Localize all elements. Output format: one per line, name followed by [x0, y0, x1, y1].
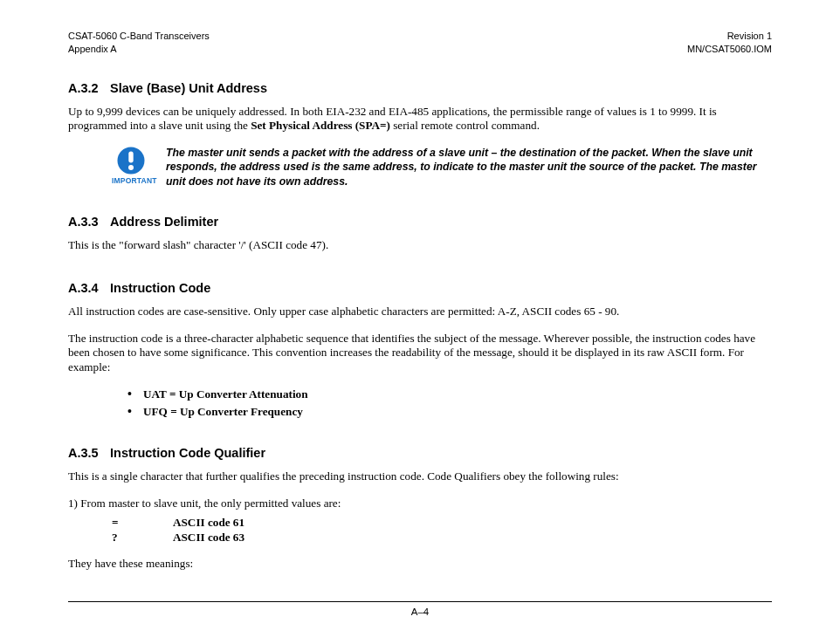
doc-revision: Revision 1	[687, 30, 772, 43]
code-desc: ASCII code 61	[173, 516, 244, 531]
exclamation-circle-icon	[116, 146, 146, 175]
heading-title: Instruction Code	[110, 281, 210, 295]
important-icon: IMPORTANT	[112, 146, 150, 186]
heading-title: Address Delimiter	[110, 215, 218, 229]
text-run: serial remote control command.	[390, 119, 540, 132]
para-a35-1: This is a single character that further …	[68, 469, 772, 484]
heading-a34: A.3.4Instruction Code	[68, 280, 772, 296]
important-callout: IMPORTANT The master unit sends a packet…	[112, 146, 772, 189]
code-row: ? ASCII code 63	[112, 531, 772, 545]
list-item: UAT = Up Converter Attenuation	[143, 387, 772, 402]
para-a35-2: They have these meanings:	[68, 557, 772, 572]
para-a33-1: This is the "forward slash" character '/…	[68, 238, 772, 253]
footer-rule	[68, 601, 772, 602]
page-header: CSAT-5060 C-Band Transceivers Appendix A…	[68, 30, 772, 56]
svg-rect-1	[128, 151, 133, 162]
important-text: The master unit sends a packet with the …	[166, 146, 772, 189]
header-left: CSAT-5060 C-Band Transceivers Appendix A	[68, 30, 210, 56]
code-symbol: ?	[112, 531, 173, 545]
para-a34-1: All instruction codes are case-sensitive…	[68, 305, 772, 319]
doc-number: MN/CSAT5060.IOM	[687, 43, 772, 56]
list-item: UFQ = Up Converter Frequency	[143, 404, 772, 420]
heading-a33: A.3.3Address Delimiter	[68, 214, 772, 230]
heading-title: Slave (Base) Unit Address	[110, 81, 267, 95]
heading-a32: A.3.2Slave (Base) Unit Address	[68, 80, 772, 96]
heading-title: Instruction Code Qualifier	[110, 446, 265, 460]
page-footer: A–4	[68, 601, 772, 618]
para-a32-1: Up to 9,999 devices can be uniquely addr…	[68, 105, 772, 134]
doc-title: CSAT-5060 C-Band Transceivers	[68, 30, 210, 43]
page-number: A–4	[411, 606, 429, 617]
code-table: = ASCII code 61 ? ASCII code 63	[112, 516, 772, 545]
heading-a35: A.3.5Instruction Code Qualifier	[68, 445, 772, 461]
heading-number: A.3.4	[68, 280, 110, 296]
heading-number: A.3.3	[68, 214, 110, 230]
ordered-item-1: 1) From master to slave unit, the only p…	[68, 497, 772, 511]
code-symbol: =	[112, 516, 173, 531]
code-desc: ASCII code 63	[173, 531, 244, 545]
para-a34-2: The instruction code is a three-characte…	[68, 332, 772, 375]
code-row: = ASCII code 61	[112, 516, 772, 531]
heading-number: A.3.5	[68, 445, 110, 461]
heading-number: A.3.2	[68, 80, 110, 96]
header-right: Revision 1 MN/CSAT5060.IOM	[687, 30, 772, 56]
important-label: IMPORTANT	[112, 176, 150, 186]
text-bold: Set Physical Address (SPA=)	[251, 119, 390, 132]
svg-point-2	[128, 165, 134, 170]
example-list: UAT = Up Converter Attenuation UFQ = Up …	[68, 387, 772, 419]
doc-appendix: Appendix A	[68, 43, 210, 56]
page: CSAT-5060 C-Band Transceivers Appendix A…	[0, 0, 833, 644]
